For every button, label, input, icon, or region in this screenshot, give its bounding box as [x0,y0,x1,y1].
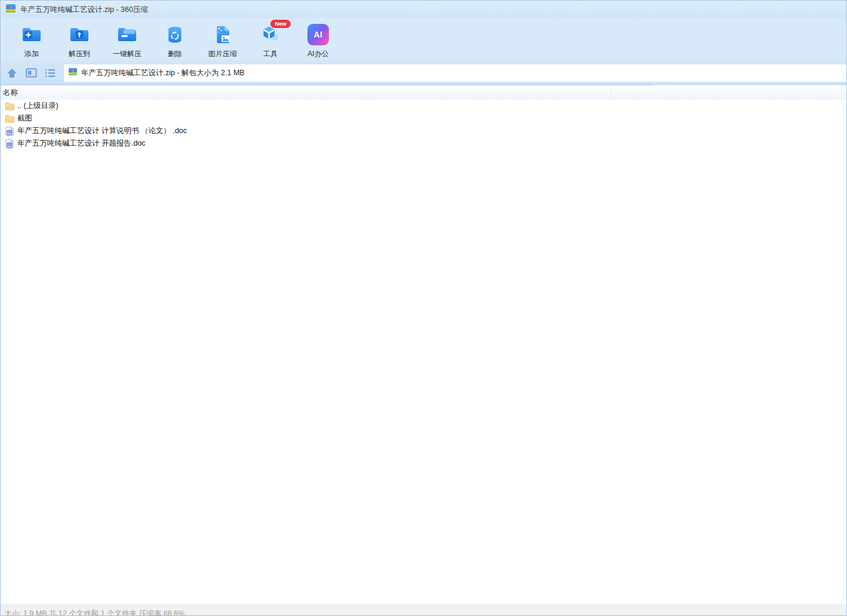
word-doc-icon: W [5,139,14,149]
file-name: 年产五万吨纯碱工艺设计 计算说明书 （论文） .doc [17,126,187,136]
toolbar-label: 工具 [263,49,278,59]
svg-text:W: W [8,130,12,134]
title-bar: 年产五万吨纯碱工艺设计.zip - 360压缩 [1,1,846,19]
toolbar-button-image-compress[interactable]: 图片压缩 [201,20,244,60]
file-name: .. (上级目录) [17,101,58,111]
toolbar-button-delete[interactable]: 删除 [153,20,196,60]
up-icon[interactable] [4,66,20,80]
zip-archive-icon [68,67,78,79]
window-title: 年产五万吨纯碱工艺设计.zip - 360压缩 [20,5,148,15]
toolbar-button-extract-to[interactable]: 解压到 [58,20,101,60]
ai-office-icon: AI [307,23,329,46]
svg-text:W: W [8,143,12,147]
list-view-icon[interactable] [42,66,58,80]
status-text: 大小: 1.9 MB 共 12 个文件和 1 个文件夹 压缩率 88.6% [4,609,184,615]
address-bar[interactable]: 年产五万吨纯碱工艺设计.zip - 解包大小为 2.1 MB [64,64,846,82]
one-click-extract-icon [116,23,138,46]
toolbar-label: 删除 [168,49,182,59]
toolbar-label: AI办公 [307,49,328,59]
toolbar-label: 图片压缩 [208,49,237,59]
file-list: 名称 .. (上级目录) 截图 [1,85,846,605]
folder-icon [5,101,14,111]
file-row-parent-dir[interactable]: .. (上级目录) [1,100,846,112]
toolbar-label: 一键解压 [113,49,141,59]
toolbar: 添加 解压到 一键解压 [1,19,846,60]
file-row-folder[interactable]: 截图 [1,112,846,125]
folder-icon [5,114,14,124]
view-mode-icon[interactable] [23,66,39,80]
new-badge: New [270,20,291,28]
add-to-archive-icon [20,23,43,46]
address-text: 年产五万吨纯碱工艺设计.zip - 解包大小为 2.1 MB [81,68,245,78]
extract-to-icon [68,23,91,46]
status-bar: 大小: 1.9 MB 共 12 个文件和 1 个文件夹 压缩率 88.6% [1,605,846,615]
column-header-name[interactable]: 名称 [1,85,846,100]
toolbar-button-ai-office[interactable]: AI AI办公 [297,20,340,60]
toolbar-button-tools[interactable]: New 工具 [249,20,292,60]
file-row-doc[interactable]: W 年产五万吨纯碱工艺设计 计算说明书 （论文） .doc [1,125,846,137]
column-header-label: 名称 [3,88,18,98]
toolbar-button-add[interactable]: 添加 [10,20,53,60]
word-doc-icon: W [5,127,14,136]
toolbar-label: 解压到 [69,49,90,59]
file-row-doc[interactable]: W 年产五万吨纯碱工艺设计 开题报告.doc [1,137,846,150]
file-name: 年产五万吨纯碱工艺设计 开题报告.doc [17,138,146,149]
toolbar-label: 添加 [24,49,39,59]
ai-office-glyph: AI [307,24,329,45]
zip-archive-icon [5,3,16,16]
navigation-bar: 年产五万吨纯碱工艺设计.zip - 解包大小为 2.1 MB [1,60,846,85]
file-name: 截图 [17,113,32,124]
delete-trash-icon [164,23,186,46]
toolbar-button-one-click-extract[interactable]: 一键解压 [106,20,149,60]
app-window: 年产五万吨纯碱工艺设计.zip - 360压缩 添加 [0,0,847,616]
image-compress-icon [211,23,234,46]
